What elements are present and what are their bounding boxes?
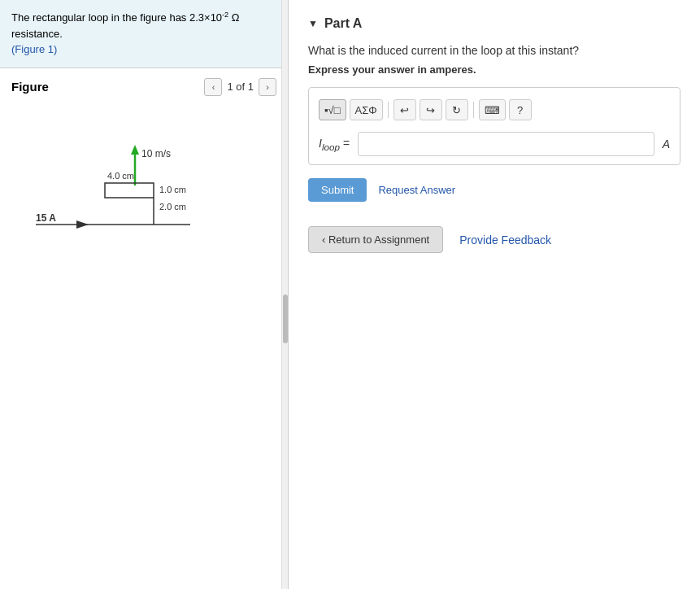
unit-label: A (663, 137, 670, 151)
part-collapse-arrow[interactable]: ▼ (308, 18, 318, 29)
submit-button[interactable]: Submit (308, 178, 367, 202)
footer-row: ‹ Return to Assignment Provide Feedback (308, 226, 680, 253)
figure-navigation: ‹ 1 of 1 › (204, 78, 276, 96)
scrollbar-thumb (283, 294, 288, 343)
answer-instruction: Express your answer in amperes. (308, 63, 680, 76)
input-row: Iloop = A (319, 132, 670, 156)
greek-icon: ΑΣΦ (355, 104, 377, 116)
figure-page-indicator: 1 of 1 (227, 81, 254, 93)
problem-statement: The rectangular loop in the figure has 2… (11, 11, 240, 40)
toolbar-sep2 (473, 102, 474, 118)
answer-input[interactable] (358, 132, 654, 156)
figure-link[interactable]: (Figure 1) (11, 43, 57, 55)
svg-text:15 A: 15 A (36, 212, 56, 224)
figure-diagram: 10 m/s 4.0 cm 1.0 cm 2.0 cm (11, 104, 255, 242)
part-title: Part A (324, 16, 363, 31)
provide-feedback-link[interactable]: Provide Feedback (459, 233, 551, 247)
request-answer-link[interactable]: Request Answer (378, 184, 455, 196)
keyboard-icon: ⌨ (485, 104, 500, 116)
toolbar-undo-btn[interactable]: ↩ (393, 99, 416, 120)
figure-section: Figure ‹ 1 of 1 › 10 m/s 4.0 cm (0, 68, 288, 589)
svg-rect-4 (105, 183, 154, 198)
figure-next-button[interactable]: › (259, 78, 276, 96)
redo-icon: ↪ (426, 104, 435, 116)
toolbar-greek-btn[interactable]: ΑΣΦ (350, 99, 383, 120)
action-row: Submit Request Answer (308, 178, 680, 202)
figure-prev-button[interactable]: ‹ (204, 78, 222, 96)
toolbar-sep1 (388, 102, 389, 118)
right-panel: ▼ Part A What is the induced current in … (289, 0, 700, 589)
part-header: ▼ Part A (308, 16, 680, 31)
input-label: Iloop = (319, 137, 350, 152)
math-icon: ▪√□ (324, 104, 341, 116)
answer-box: ▪√□ ΑΣΦ ↩ ↪ ↻ ⌨ ? (308, 87, 680, 165)
svg-text:2.0 cm: 2.0 cm (159, 202, 186, 212)
scrollbar[interactable] (281, 0, 288, 589)
figure-svg: 10 m/s 4.0 cm 1.0 cm 2.0 cm (11, 104, 255, 251)
toolbar-reset-btn[interactable]: ↻ (446, 99, 468, 120)
problem-text-box: The rectangular loop in the figure has 2… (0, 0, 288, 68)
svg-text:10 m/s: 10 m/s (141, 148, 171, 159)
reset-icon: ↻ (452, 104, 461, 116)
toolbar-keyboard-btn[interactable]: ⌨ (479, 99, 506, 120)
figure-title: Figure (11, 80, 49, 94)
svg-marker-1 (131, 145, 139, 155)
toolbar-help-btn[interactable]: ? (509, 99, 532, 120)
svg-text:4.0 cm: 4.0 cm (107, 171, 134, 181)
svg-text:1.0 cm: 1.0 cm (159, 185, 186, 194)
question-text: What is the induced current in the loop … (308, 44, 680, 57)
help-icon: ? (517, 104, 523, 116)
svg-marker-10 (76, 220, 89, 229)
return-to-assignment-button[interactable]: ‹ Return to Assignment (308, 226, 443, 253)
undo-icon: ↩ (400, 104, 409, 116)
toolbar-redo-btn[interactable]: ↪ (420, 99, 442, 120)
toolbar: ▪√□ ΑΣΦ ↩ ↪ ↻ ⌨ ? (319, 96, 670, 124)
toolbar-math-btn[interactable]: ▪√□ (319, 99, 346, 120)
left-panel: The rectangular loop in the figure has 2… (0, 0, 289, 589)
figure-header: Figure ‹ 1 of 1 › (11, 78, 276, 96)
